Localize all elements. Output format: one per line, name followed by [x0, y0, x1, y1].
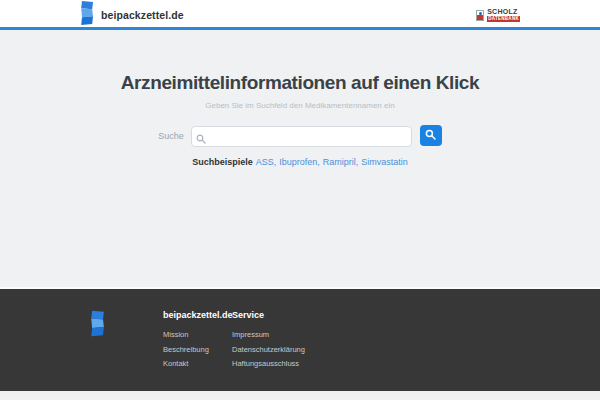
site-name: beipackzettel.de — [101, 9, 184, 21]
footer-link-impressum[interactable]: Impressum — [232, 330, 305, 339]
footer-service-heading: Service — [232, 310, 305, 320]
search-box — [191, 125, 412, 146]
scholz-crest-icon — [476, 10, 484, 21]
example-link-ass[interactable]: ASS — [256, 157, 274, 167]
hero-section: Arzneimittelinformationen auf einen Klic… — [0, 30, 600, 287]
example-link-simvastatin[interactable]: Simvastatin — [361, 157, 408, 167]
footer-link-beschreibung[interactable]: Beschreibung — [163, 345, 232, 354]
search-icon — [196, 130, 206, 140]
folded-leaflet-logo-icon — [80, 1, 95, 29]
footer-brand-heading: beipackzettel.de — [163, 310, 232, 320]
separator: , — [317, 157, 320, 167]
footer-column-brand: beipackzettel.de Mission Beschreibung Ko… — [163, 310, 232, 374]
example-link-ibuprofen[interactable]: Ibuprofen — [279, 157, 317, 167]
search-label: Suche — [158, 131, 184, 141]
search-input[interactable] — [191, 126, 412, 147]
partner-name: SCHOLZ — [487, 8, 520, 15]
search-button-icon — [425, 128, 436, 143]
footer-column-service: Service Impressum Datenschutzerklärung H… — [232, 310, 305, 374]
footer-link-kontakt[interactable]: Kontakt — [163, 359, 232, 368]
examples-label: Suchbeispiele — [192, 157, 253, 167]
footer-logo — [80, 310, 163, 374]
footer-link-haftungsausschluss[interactable]: Haftungsausschluss — [232, 359, 305, 368]
footer-link-mission[interactable]: Mission — [163, 330, 232, 339]
search-row: Suche — [0, 125, 600, 146]
bottom-strip — [0, 391, 600, 397]
partner-logo[interactable]: SCHOLZ DATENBANK — [476, 8, 520, 22]
footer-link-datenschutz[interactable]: Datenschutzerklärung — [232, 345, 305, 354]
search-examples: SuchbeispieleASS,Ibuprofen,Ramipril,Simv… — [0, 157, 600, 167]
page-title: Arzneimittelinformationen auf einen Klic… — [0, 30, 600, 94]
footer: beipackzettel.de Mission Beschreibung Ko… — [0, 289, 600, 391]
folded-leaflet-logo-icon — [80, 323, 106, 340]
separator: , — [356, 157, 359, 167]
page-subtitle: Geben Sie im Suchfeld den Medikamentenna… — [0, 101, 600, 110]
example-link-ramipril[interactable]: Ramipril — [323, 157, 356, 167]
separator: , — [274, 157, 277, 167]
header: beipackzettel.de SCHOLZ DATENBANK — [0, 0, 600, 30]
search-button[interactable] — [420, 125, 442, 146]
site-logo-link[interactable]: beipackzettel.de — [80, 1, 184, 29]
partner-subtitle: DATENBANK — [487, 16, 520, 22]
